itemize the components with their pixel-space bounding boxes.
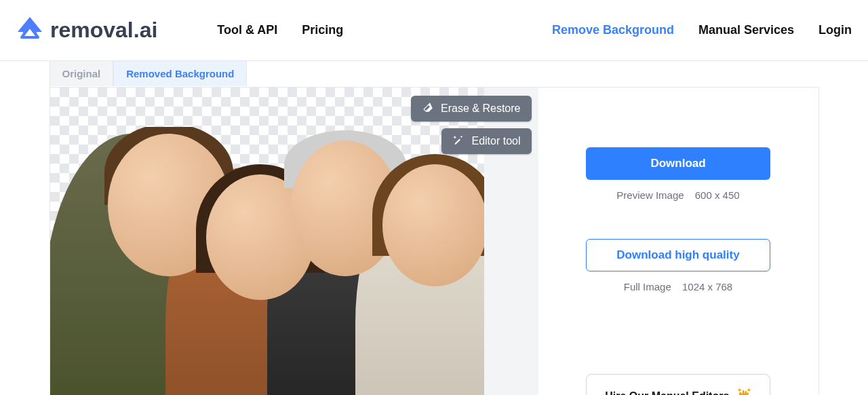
full-meta: Full Image 1024 x 768 [624, 281, 732, 293]
magic-wand-icon [452, 134, 465, 149]
nav-remove-background[interactable]: Remove Background [552, 23, 674, 37]
result-card: Erase & Restore Editor tool Download Pre… [50, 87, 819, 395]
side-panel: Download Preview Image 600 x 450 Downloa… [538, 88, 818, 395]
download-button[interactable]: Download [586, 147, 770, 180]
editor-tool-button[interactable]: Editor tool [441, 128, 531, 154]
header: removal.ai Tool & API Pricing Remove Bac… [0, 0, 868, 61]
logo-mark-icon [14, 14, 46, 47]
nav-manual-services[interactable]: Manual Services [698, 23, 794, 37]
brand-name: removal.ai [50, 18, 157, 43]
brand-logo[interactable]: removal.ai [14, 14, 157, 47]
tab-original[interactable]: Original [50, 60, 114, 86]
download-hq-button[interactable]: Download high quality [586, 239, 770, 271]
editor-tool-label: Editor tool [471, 135, 520, 147]
full-dimensions: 1024 x 768 [674, 281, 732, 293]
nav-left: Tool & API Pricing [217, 23, 343, 37]
hire-editors-label: Hire Our Manual Editors [605, 390, 729, 395]
erase-restore-label: Erase & Restore [441, 102, 520, 115]
eraser-icon [422, 101, 434, 116]
preview-label: Preview Image [616, 189, 684, 201]
nav-tool-api[interactable]: Tool & API [217, 23, 277, 37]
hire-editors-card[interactable]: Hire Our Manual Editors [586, 374, 770, 395]
full-label: Full Image [624, 281, 671, 293]
waving-hand-icon [736, 387, 751, 395]
nav-pricing[interactable]: Pricing [302, 23, 343, 37]
preview-actions: Erase & Restore Editor tool [411, 96, 531, 154]
tab-removed-background[interactable]: Removed Background [113, 60, 247, 86]
nav-right: Remove Background Manual Services Login [552, 23, 852, 37]
tab-bar: Original Removed Background [50, 60, 248, 86]
erase-restore-button[interactable]: Erase & Restore [411, 96, 531, 121]
preview-area: Erase & Restore Editor tool [50, 88, 538, 395]
result-image [50, 127, 484, 395]
preview-meta: Preview Image 600 x 450 [616, 189, 739, 201]
preview-dimensions: 600 x 450 [687, 189, 740, 201]
nav-login[interactable]: Login [818, 23, 852, 37]
page: Original Removed Background [50, 61, 819, 395]
